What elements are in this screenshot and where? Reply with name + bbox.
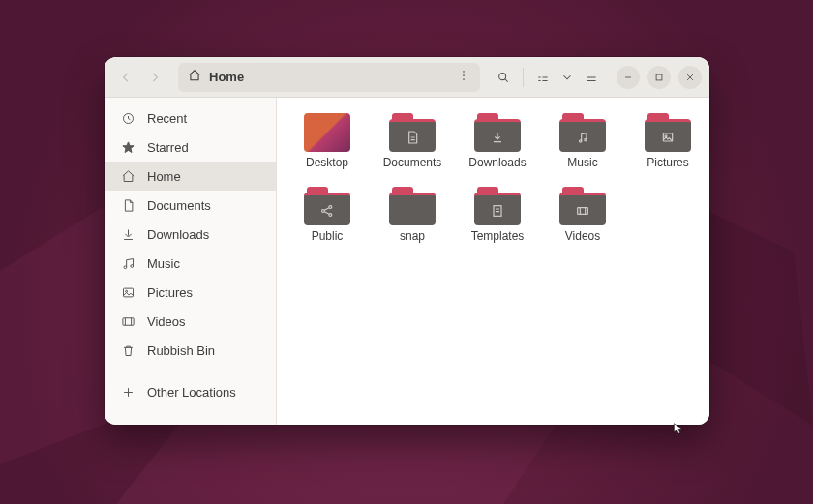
file-label: Documents <box>383 156 442 169</box>
view-dropdown-button[interactable] <box>558 64 576 91</box>
file-item-desktop[interactable]: Desktop <box>288 113 366 169</box>
star-icon <box>120 140 136 155</box>
view-icons-button[interactable] <box>529 64 557 91</box>
icon-grid: DesktopDocumentsDownloadsMusicPicturesPu… <box>288 113 698 243</box>
maximize-button[interactable] <box>647 66 671 89</box>
svg-marker-22 <box>122 141 133 152</box>
path-menu-button[interactable] <box>457 69 470 85</box>
home-icon <box>120 169 136 184</box>
file-label: Downloads <box>468 156 526 169</box>
sidebar-item-home[interactable]: Home <box>105 162 276 191</box>
sidebar-item-label: Recent <box>147 111 187 126</box>
sidebar-item-label: Starred <box>147 140 189 155</box>
path-bar[interactable]: Home <box>178 63 480 92</box>
svg-rect-43 <box>494 205 501 216</box>
forward-button[interactable] <box>141 64 168 91</box>
file-item-templates[interactable]: Templates <box>459 187 536 243</box>
sidebar-item-other-locations[interactable]: Other Locations <box>105 377 276 406</box>
sidebar-item-label: Home <box>147 169 181 184</box>
svg-point-4 <box>463 74 465 76</box>
sidebar-item-starred[interactable]: Starred <box>105 133 276 162</box>
svg-point-39 <box>329 205 332 208</box>
sidebar-item-label: Music <box>147 256 180 271</box>
folder-icon <box>559 187 606 225</box>
music-icon <box>120 256 136 271</box>
home-icon <box>188 69 201 85</box>
file-item-music[interactable]: Music <box>544 113 621 169</box>
sidebar-item-recent[interactable]: Recent <box>105 104 276 133</box>
svg-point-40 <box>329 213 332 216</box>
svg-rect-25 <box>123 288 133 297</box>
hamburger-menu-button[interactable] <box>578 64 605 91</box>
svg-rect-27 <box>122 317 133 325</box>
svg-point-5 <box>463 78 465 80</box>
file-label: snap <box>400 229 425 243</box>
svg-point-3 <box>463 71 465 73</box>
file-label: Desktop <box>306 156 348 169</box>
back-button[interactable] <box>112 64 139 91</box>
folder-icon <box>474 113 521 152</box>
sidebar-item-label: Pictures <box>147 285 193 300</box>
svg-line-7 <box>505 78 508 81</box>
file-item-snap[interactable]: snap <box>374 187 451 243</box>
download-icon <box>120 227 136 242</box>
file-manager-window: Home <box>105 57 709 425</box>
plus-icon <box>120 385 136 400</box>
sidebar-item-label: Other Locations <box>147 385 236 400</box>
sidebar-item-label: Documents <box>147 198 211 213</box>
svg-rect-46 <box>578 207 588 214</box>
separator <box>523 68 524 87</box>
file-item-pictures[interactable]: Pictures <box>629 113 707 169</box>
close-button[interactable] <box>678 66 702 89</box>
folder-icon <box>304 187 350 225</box>
folder-icon <box>645 113 691 152</box>
svg-point-24 <box>130 264 133 267</box>
file-label: Pictures <box>647 156 688 169</box>
file-label: Templates <box>471 229 525 243</box>
sidebar-item-documents[interactable]: Documents <box>105 191 276 220</box>
file-label: Videos <box>565 229 600 243</box>
sidebar-item-label: Rubbish Bin <box>147 343 215 358</box>
document-icon <box>120 198 136 213</box>
folder-icon <box>474 187 521 225</box>
sidebar-item-rubbish-bin[interactable]: Rubbish Bin <box>105 336 276 365</box>
sidebar-separator <box>105 371 276 371</box>
folder-icon <box>389 113 436 152</box>
trash-icon <box>120 343 136 358</box>
svg-point-38 <box>322 209 325 212</box>
sidebar-item-downloads[interactable]: Downloads <box>105 220 276 249</box>
path-label: Home <box>209 70 244 84</box>
svg-point-6 <box>499 73 506 79</box>
folder-icon <box>389 187 436 225</box>
sidebar-item-videos[interactable]: Videos <box>105 307 276 336</box>
file-item-videos[interactable]: Videos <box>544 187 621 243</box>
cursor-icon <box>672 422 685 439</box>
folder-icon <box>559 113 606 152</box>
file-item-documents[interactable]: Documents <box>374 113 451 169</box>
svg-point-34 <box>579 139 581 141</box>
svg-point-23 <box>124 265 127 268</box>
svg-line-42 <box>324 211 329 214</box>
file-label: Music <box>567 156 597 169</box>
sidebar-item-label: Downloads <box>147 227 209 242</box>
file-item-public[interactable]: Public <box>288 187 366 243</box>
titlebar: Home <box>105 57 709 98</box>
sidebar-item-pictures[interactable]: Pictures <box>105 278 276 307</box>
picture-icon <box>120 285 136 300</box>
file-label: Public <box>312 229 344 243</box>
minimize-button[interactable] <box>617 66 640 89</box>
video-icon <box>120 314 136 329</box>
file-item-downloads[interactable]: Downloads <box>459 113 536 169</box>
desktop-icon <box>304 113 350 152</box>
search-button[interactable] <box>490 64 517 91</box>
svg-point-35 <box>585 138 587 140</box>
svg-rect-18 <box>656 74 662 80</box>
clock-icon <box>120 111 136 126</box>
content-area: DesktopDocumentsDownloadsMusicPicturesPu… <box>277 98 709 425</box>
sidebar-item-label: Videos <box>147 314 186 329</box>
svg-line-41 <box>324 207 329 210</box>
sidebar-item-music[interactable]: Music <box>105 249 276 278</box>
sidebar: RecentStarredHomeDocumentsDownloadsMusic… <box>105 98 277 425</box>
